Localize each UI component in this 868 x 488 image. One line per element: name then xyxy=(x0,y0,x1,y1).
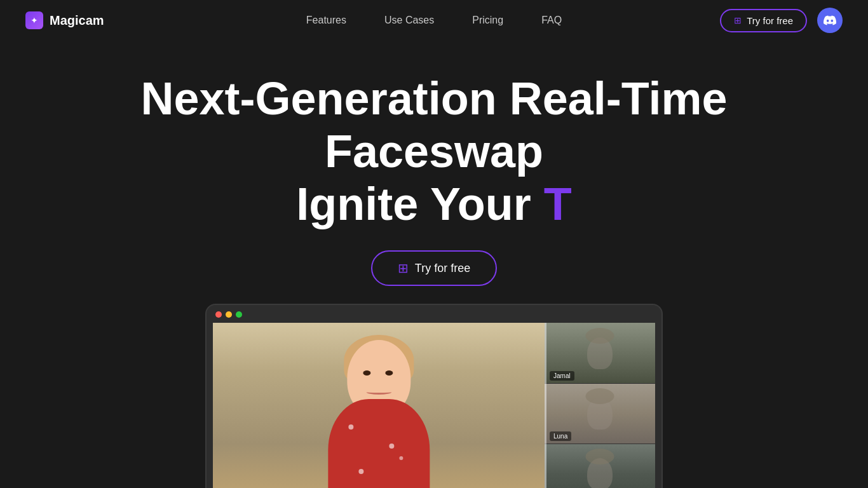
close-dot xyxy=(215,311,222,318)
try-free-label-nav: Try for free xyxy=(747,15,793,26)
participant-tile-3: Wright xyxy=(545,444,655,488)
expand-dot xyxy=(236,311,242,318)
participants-panel: Jamal Luna Wright ... xyxy=(545,323,655,488)
participant-tile-2: Luna xyxy=(545,384,655,444)
windows-icon-nav: ⊞ xyxy=(734,15,742,25)
participant-face-1 xyxy=(587,337,613,369)
person-body xyxy=(328,399,430,488)
nav-pricing[interactable]: Pricing xyxy=(472,15,503,26)
hero-title-line1: Next-Generation Real-Time Faceswap xyxy=(116,72,752,178)
windows-icon-hero: ⊞ xyxy=(398,261,409,276)
hero-title-highlight: T xyxy=(544,179,572,229)
minimize-dot xyxy=(226,311,232,318)
logo-symbol: ✦ xyxy=(31,15,38,25)
discord-button[interactable] xyxy=(817,8,843,33)
hero-section: Next-Generation Real-Time Faceswap Ignit… xyxy=(0,41,868,488)
participant-name-1: Jamal xyxy=(550,371,574,381)
try-free-label-hero: Try for free xyxy=(415,262,470,275)
participant-face-2 xyxy=(587,398,613,430)
logo-container: ✦ Magicam xyxy=(25,11,104,29)
participant-face-3 xyxy=(587,458,613,488)
discord-icon xyxy=(824,15,836,25)
device-frame: 🎤 Valerie (Me) 🎤 Close Mic 📷 Close Cam xyxy=(205,304,663,488)
navbar-right: ⊞ Try for free xyxy=(720,8,843,33)
nav-faq[interactable]: FAQ xyxy=(541,15,562,26)
brand-name: Magicam xyxy=(50,13,104,28)
try-free-button-hero[interactable]: ⊞ Try for free xyxy=(371,250,497,286)
person-silhouette xyxy=(271,335,486,488)
nav-features[interactable]: Features xyxy=(306,15,346,26)
device-top-bar: 🎤 Valerie (Me) 🎤 Close Mic 📷 Close Cam xyxy=(205,304,663,488)
try-free-button-nav[interactable]: ⊞ Try for free xyxy=(720,9,807,32)
window-controls xyxy=(213,311,655,318)
video-divider xyxy=(545,323,546,488)
participant-name-2: Luna xyxy=(550,431,571,441)
nav-use-cases[interactable]: Use Cases xyxy=(384,15,434,26)
hero-title-line2: Ignite Your T xyxy=(296,178,571,231)
navbar: ✦ Magicam Features Use Cases Pricing FAQ… xyxy=(0,0,868,41)
hero-title-prefix: Ignite Your xyxy=(296,179,543,229)
main-video: 🎤 Valerie (Me) 🎤 Close Mic 📷 Close Cam xyxy=(213,323,545,488)
logo-icon: ✦ xyxy=(25,11,43,29)
video-container: 🎤 Valerie (Me) 🎤 Close Mic 📷 Close Cam xyxy=(213,323,655,488)
nav-links: Features Use Cases Pricing FAQ xyxy=(306,15,562,26)
participant-tile-1: Jamal xyxy=(545,323,655,383)
